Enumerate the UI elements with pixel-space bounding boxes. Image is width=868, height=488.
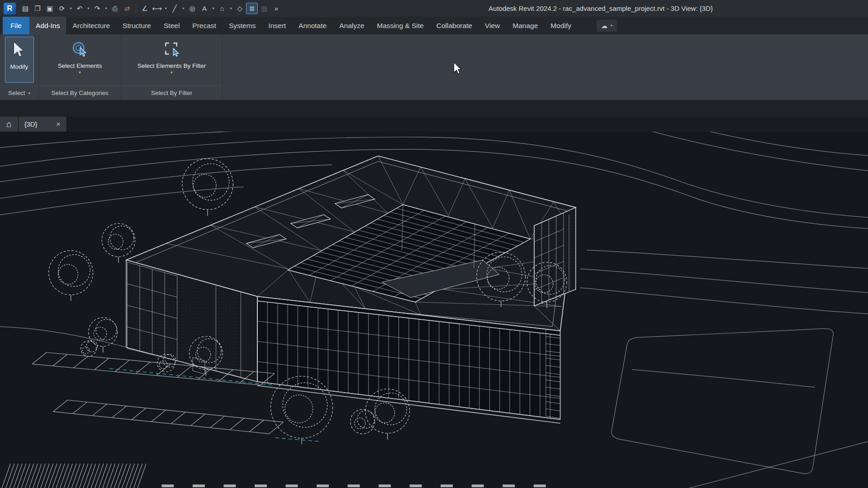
ribbon-tab-add-ins[interactable]: Add-Ins (29, 17, 66, 34)
ribbon-tab-analyze[interactable]: Analyze (333, 17, 370, 34)
ribbon-tab-file[interactable]: File (3, 17, 29, 34)
ribbon-tab-precast[interactable]: Precast (186, 17, 223, 34)
ribbon-tab-systems[interactable]: Systems (223, 17, 262, 34)
undo-icon[interactable]: ↶ (74, 3, 85, 14)
ribbon-panel-area: Modify Select ▾ Select Elements ▾ Select… (0, 34, 868, 100)
transfer-icon[interactable]: ⇄ (121, 3, 133, 14)
view-tab-label: {3D} (24, 121, 37, 128)
panel-title-select-by-filter: Select By Filter (121, 85, 222, 100)
open-icon[interactable]: ❐ (32, 3, 43, 14)
panel-select: Modify Select ▾ (0, 34, 39, 100)
print-icon[interactable]: ⎙ (109, 3, 121, 14)
ribbon-empty-area (223, 34, 868, 100)
journal-icon[interactable]: ▤ (19, 3, 31, 14)
home-icon: ⌂ (6, 119, 12, 129)
model-line-icon[interactable]: ╱ (169, 3, 180, 14)
options-bar (0, 100, 868, 117)
panel-select-by-categories: Select Elements ▾ Select By Categories (39, 34, 121, 100)
tag-icon[interactable]: ◎ (186, 3, 198, 14)
chevron-down-icon: ▾ (79, 71, 81, 75)
view-tab-bar: ⌂ {3D} × (0, 117, 868, 132)
window-title: Autodesk Revit 2024.2 - rac_advanced_sam… (337, 5, 864, 12)
select-elements-icon (72, 41, 88, 57)
viewport-3d[interactable] (0, 132, 868, 488)
revit-logo-icon[interactable]: R (4, 3, 16, 14)
select-elements-label: Select Elements (58, 62, 102, 69)
ribbon-tab-view[interactable]: View (479, 17, 506, 34)
panel-select-by-filter: Select Elements By Filter ▾ Select By Fi… (121, 34, 223, 100)
text-icon[interactable]: A (199, 3, 210, 14)
dropdown-caret[interactable]: ▾ (228, 3, 233, 14)
select-by-filter-icon (164, 41, 180, 57)
ribbon-tab-annotate[interactable]: Annotate (292, 17, 333, 34)
panel-title-select[interactable]: Select ▾ (0, 85, 38, 100)
dropdown-caret[interactable]: ▾ (163, 3, 168, 14)
select-elements-by-filter-button[interactable]: Select Elements By Filter ▾ (124, 37, 219, 75)
thin-lines-icon[interactable]: ≣ (246, 3, 258, 14)
panel-title-label: Select (8, 90, 25, 96)
cloud-account-button[interactable]: ☁ ▾ (597, 20, 617, 32)
ribbon-tab-modify[interactable]: Modify (544, 17, 578, 34)
dropdown-caret[interactable]: ▾ (68, 3, 73, 14)
ribbon-tab-structure[interactable]: Structure (116, 17, 157, 34)
building-wireframe (126, 156, 576, 423)
close-icon[interactable]: × (56, 121, 60, 128)
expand-toolbar-icon[interactable]: » (270, 3, 282, 14)
toolbar-separator (136, 5, 136, 13)
measure-icon[interactable]: ∠ (139, 3, 151, 14)
panel-title-label: Select By Filter (151, 90, 192, 96)
chevron-down-icon: ▾ (611, 24, 612, 28)
title-bar: R ▤❐▣⟳▾↶▾↷▾⎙⇄∠⟷▾╱▾◎A▾⌂▾◇≣▥» Autodesk Rev… (0, 0, 868, 17)
quick-access-toolbar: ▤❐▣⟳▾↶▾↷▾⎙⇄∠⟷▾╱▾◎A▾⌂▾◇≣▥» (19, 3, 282, 14)
dropdown-caret[interactable]: ▾ (104, 3, 109, 14)
section-icon[interactable]: ◇ (234, 3, 246, 14)
redo-icon[interactable]: ↷ (91, 3, 103, 14)
close-inactive-views-icon[interactable]: ▥ (258, 3, 270, 14)
aligned-dimension-icon[interactable]: ⟷ (151, 3, 163, 14)
dropdown-caret[interactable]: ▾ (181, 3, 186, 14)
select-elements-by-filter-label: Select Elements By Filter (138, 62, 206, 69)
ribbon-tab-row: FileAdd-InsArchitectureStructureSteelPre… (3, 17, 578, 34)
ribbon-tab-bar: FileAdd-InsArchitectureStructureSteelPre… (0, 17, 868, 34)
modify-cursor-icon (13, 41, 26, 58)
ribbon-tab-manage[interactable]: Manage (506, 17, 544, 34)
chevron-down-icon: ▾ (28, 91, 31, 95)
panel-title-select-by-categories: Select By Categories (39, 85, 121, 100)
home-view-button[interactable]: ⌂ (0, 117, 19, 132)
chevron-down-icon: ▾ (171, 71, 173, 75)
select-elements-button[interactable]: Select Elements ▾ (44, 37, 116, 75)
modify-button-label: Modify (10, 63, 28, 70)
ribbon-tab-steel[interactable]: Steel (157, 17, 186, 34)
drawing-area[interactable] (0, 132, 868, 488)
dropdown-caret[interactable]: ▾ (211, 3, 216, 14)
ribbon-tab-massing-site[interactable]: Massing & Site (370, 17, 430, 34)
save-icon[interactable]: ▣ (44, 3, 56, 14)
view-tab-3d[interactable]: {3D} × (19, 117, 67, 132)
modify-button[interactable]: Modify (5, 37, 34, 83)
default-3d-view-icon[interactable]: ⌂ (216, 3, 228, 14)
sync-with-central-icon[interactable]: ⟳ (56, 3, 68, 14)
panel-title-label: Select By Categories (51, 90, 108, 96)
ribbon-tab-collaborate[interactable]: Collaborate (430, 17, 479, 34)
dropdown-caret[interactable]: ▾ (86, 3, 91, 14)
cloud-icon: ☁ (601, 22, 607, 29)
ribbon-tab-insert[interactable]: Insert (262, 17, 292, 34)
ribbon-tab-architecture[interactable]: Architecture (66, 17, 116, 34)
